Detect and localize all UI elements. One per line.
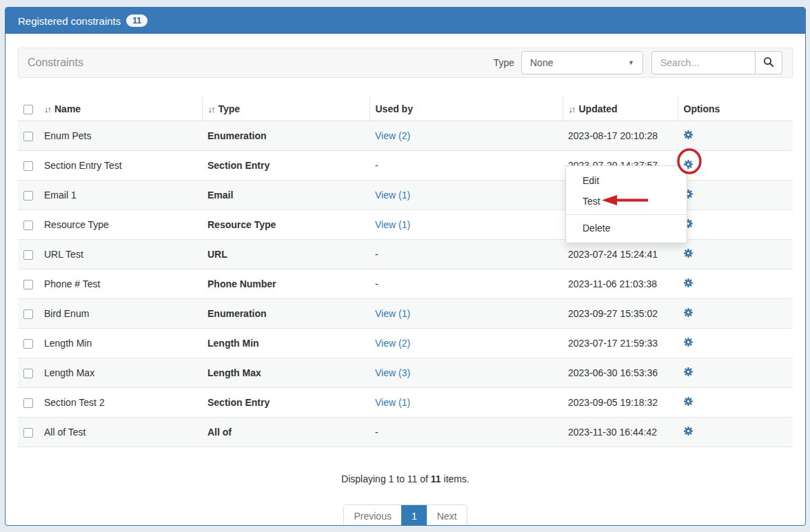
row-checkbox[interactable] <box>23 280 33 289</box>
cell-type: Resource Type <box>202 210 369 240</box>
cell-updated: 2023-09-05 19:18:32 <box>563 388 678 418</box>
search-icon <box>763 57 774 70</box>
type-filter-value: None <box>530 57 553 68</box>
cell-updated: 2023-11-30 16:44:42 <box>563 418 678 447</box>
cell-type: URL <box>202 240 369 269</box>
sort-icon: ↓↑ <box>569 104 575 114</box>
row-select-cell <box>18 269 39 299</box>
cell-name: Section Entry Test <box>39 151 202 181</box>
table-header-row: ↓↑Name ↓↑Type Used by ↓↑Updated Options <box>18 97 793 121</box>
cell-name: Bird Enum <box>39 299 202 329</box>
row-select-cell <box>18 388 39 418</box>
cell-updated: 2023-09-27 15:35:02 <box>563 299 678 329</box>
used-by-link[interactable]: View (1) <box>375 308 410 319</box>
used-by-link[interactable]: View (3) <box>375 367 410 378</box>
pagination-next[interactable]: Next <box>427 505 467 526</box>
gear-icon <box>683 428 693 438</box>
row-checkbox[interactable] <box>23 250 33 260</box>
row-select-cell <box>18 151 39 181</box>
row-checkbox[interactable] <box>23 132 33 141</box>
select-all-checkbox[interactable] <box>23 105 33 114</box>
cell-type: Enumeration <box>202 121 369 151</box>
cell-name: Enum Pets <box>39 121 202 151</box>
cell-updated: 2023-06-30 16:53:36 <box>563 358 678 388</box>
row-options-button[interactable] <box>683 367 693 377</box>
cell-updated: 2023-07-17 21:59:33 <box>563 329 678 358</box>
row-checkbox[interactable] <box>23 369 33 378</box>
used-by-link: - <box>375 249 378 260</box>
menu-item-test[interactable]: Test <box>566 191 687 212</box>
cell-type: Length Max <box>202 358 369 388</box>
table-row: Phone # Test Phone Number - 2023-11-06 2… <box>18 269 793 299</box>
constraints-table: ↓↑Name ↓↑Type Used by ↓↑Updated Options <box>18 97 793 447</box>
cell-type: Section Entry <box>202 151 369 181</box>
menu-item-edit[interactable]: Edit <box>566 170 687 191</box>
page: { "panel": { "title": "Registered constr… <box>0 0 810 532</box>
search-input[interactable] <box>651 51 755 74</box>
constraints-panel: Registered constraints 11 Constraints Ty… <box>5 7 806 526</box>
row-select-cell <box>18 240 39 269</box>
gear-icon <box>683 398 693 409</box>
used-by-link: - <box>375 427 378 438</box>
row-select-cell <box>18 418 39 447</box>
sort-icon: ↓↑ <box>44 104 50 114</box>
used-by-link[interactable]: View (2) <box>375 338 410 349</box>
row-options-button[interactable] <box>683 248 693 258</box>
used-by-link[interactable]: View (1) <box>375 219 410 230</box>
cell-name: Length Max <box>39 358 202 388</box>
row-checkbox[interactable] <box>23 191 33 201</box>
column-header-updated[interactable]: ↓↑Updated <box>563 97 678 121</box>
row-options-button[interactable] <box>683 426 693 436</box>
gear-icon <box>683 250 693 260</box>
cell-updated: 2023-07-24 15:24:41 <box>563 240 678 269</box>
options-context-menu: Edit Test Delete <box>565 165 687 243</box>
pagination: Previous 1 Next <box>343 504 467 526</box>
cell-name: All of Test <box>39 418 202 447</box>
used-by-link[interactable]: View (1) <box>375 190 410 201</box>
table-row: Section Test 2 Section Entry View (1) 20… <box>18 388 793 418</box>
row-options-button[interactable] <box>683 396 693 407</box>
row-checkbox[interactable] <box>23 428 33 438</box>
type-filter-select[interactable]: None ▼ <box>521 51 643 74</box>
column-header-name[interactable]: ↓↑Name <box>39 97 202 121</box>
cell-type: Section Entry <box>202 388 369 418</box>
row-options-button[interactable] <box>683 278 693 288</box>
table-row: Length Min Length Min View (2) 2023-07-1… <box>18 329 793 358</box>
search-button[interactable] <box>755 51 782 74</box>
row-select-cell <box>18 299 39 329</box>
row-checkbox[interactable] <box>23 309 33 319</box>
pagination-previous[interactable]: Previous <box>344 505 401 526</box>
row-checkbox[interactable] <box>23 339 33 349</box>
count-badge: 11 <box>126 14 148 27</box>
gear-icon <box>683 369 693 379</box>
cell-name: Section Test 2 <box>39 388 202 418</box>
column-header-type[interactable]: ↓↑Type <box>202 97 369 121</box>
row-checkbox[interactable] <box>23 221 33 230</box>
row-options-button[interactable] <box>683 307 693 318</box>
table-row: Bird Enum Enumeration View (1) 2023-09-2… <box>18 299 793 329</box>
cell-updated: 2023-11-06 21:03:38 <box>563 269 678 299</box>
used-by-link: - <box>375 278 378 289</box>
gear-icon <box>683 132 693 142</box>
cell-name: Length Min <box>39 329 202 358</box>
cell-name: Email 1 <box>39 181 202 210</box>
used-by-link[interactable]: View (2) <box>375 130 410 141</box>
chevron-down-icon: ▼ <box>628 59 634 66</box>
row-checkbox[interactable] <box>23 161 33 171</box>
row-options-button[interactable] <box>683 337 693 347</box>
row-select-cell <box>18 329 39 358</box>
select-all-header <box>18 97 39 121</box>
row-select-cell <box>18 210 39 240</box>
cell-type: All of <box>202 418 369 447</box>
table-row: Enum Pets Enumeration View (2) 2023-08-1… <box>18 121 793 151</box>
cell-name: URL Test <box>39 240 202 269</box>
row-checkbox[interactable] <box>23 398 33 408</box>
pagination-page-1[interactable]: 1 <box>401 505 427 526</box>
sort-icon: ↓↑ <box>208 104 214 114</box>
gear-icon <box>683 339 693 349</box>
gear-icon <box>683 280 693 290</box>
row-options-button[interactable] <box>683 130 693 140</box>
type-filter-label: Type <box>494 57 514 68</box>
used-by-link[interactable]: View (1) <box>375 397 410 408</box>
menu-item-delete[interactable]: Delete <box>566 218 687 238</box>
